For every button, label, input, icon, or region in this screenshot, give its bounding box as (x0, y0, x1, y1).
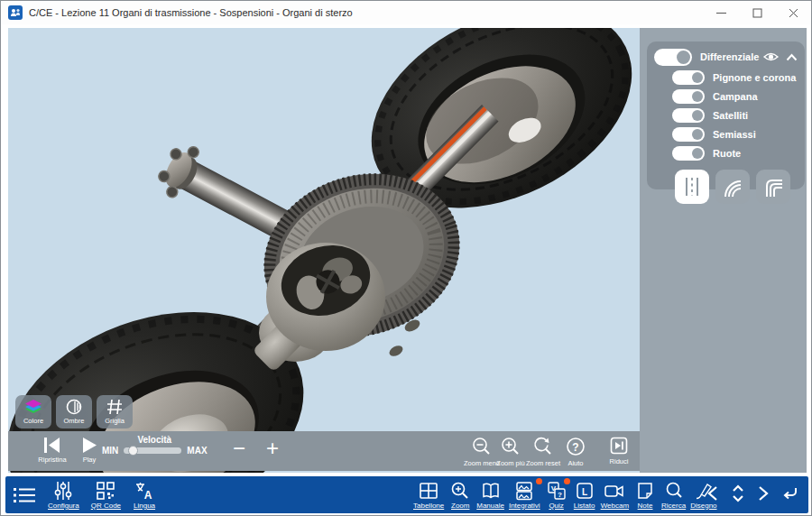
ombre-label: Ombre (64, 417, 85, 425)
window-title: C/CE - Lezione 11 Organi di trasmissione… (29, 7, 353, 18)
toggle-row-ruote: Ruote (672, 145, 798, 161)
shadows-icon (65, 398, 83, 416)
note-icon (635, 481, 655, 501)
expand-button[interactable] (731, 484, 745, 506)
differenziale-panel: Differenziale Pignone e corona Campa (647, 41, 805, 189)
webcam-button[interactable]: Webcam (601, 481, 629, 510)
ricerca-button[interactable]: Ricerca (661, 481, 686, 510)
eye-icon[interactable] (763, 51, 779, 62)
return-arrow-icon (781, 485, 799, 502)
chevron-up-icon[interactable] (786, 53, 798, 61)
max-label: MAX (187, 446, 207, 456)
video-camera-icon (604, 481, 625, 501)
toolbar-center-group: Tabellone Zoom Manuale (413, 476, 717, 513)
toggle-row-satelliti: Satelliti (672, 107, 798, 124)
book-icon (481, 481, 501, 501)
min-label: MIN (102, 446, 118, 456)
toggle-row-pignone: Pignone e corona (672, 69, 798, 86)
collapse-panel-icon (610, 437, 628, 455)
chevron-up-down-icon (731, 484, 745, 502)
ombre-button[interactable]: Ombre (56, 395, 92, 428)
colore-label: Colore (23, 417, 43, 425)
semiassi-toggle[interactable] (672, 127, 705, 142)
integrativi-button[interactable]: Integrativi (509, 481, 540, 510)
quiz-icon: V ? (547, 481, 567, 501)
playback-bar: Ripristina Play Velocità MIN MAX − + (8, 431, 640, 471)
straight-road-icon (681, 176, 703, 198)
app-icon (8, 5, 23, 20)
3d-viewport[interactable]: Colore Ombre Griglia (8, 28, 640, 473)
qr-code-icon (96, 481, 115, 501)
straight-road-button[interactable] (675, 170, 709, 204)
play-icon (83, 438, 97, 453)
differenziale-label: Differenziale (700, 51, 759, 62)
griglia-label: Griglia (105, 417, 125, 425)
translate-icon: A (134, 481, 154, 501)
integrativi-badge (536, 478, 542, 484)
toggle-row-semiassi: Semiassi (672, 126, 798, 143)
speed-decrease-button[interactable]: − (233, 438, 245, 458)
manuale-button[interactable]: Manuale (476, 481, 504, 510)
pignone-toggle[interactable] (672, 70, 705, 85)
bottom-toolbar: Configura QR Code A Lingua (5, 476, 808, 513)
toolbar-right-group (706, 476, 799, 513)
help-icon: ? (566, 437, 586, 456)
sharp-curve-road-icon (762, 176, 784, 198)
riduci-button[interactable]: Riduci (594, 437, 640, 465)
application-window: C/CE - Lezione 11 Organi di trasmissione… (0, 0, 812, 516)
differenziale-toggle[interactable] (654, 49, 692, 66)
configura-button[interactable]: Configura (48, 481, 79, 510)
next-button[interactable] (757, 485, 770, 505)
svg-text:L: L (582, 486, 587, 496)
magnifier-plus-icon (450, 481, 470, 501)
listato-button[interactable]: L Listato (573, 481, 596, 510)
griglia-button[interactable]: Griglia (97, 395, 133, 428)
speed-increase-button[interactable]: + (266, 438, 279, 458)
note-button[interactable]: Note (633, 481, 657, 510)
road-mode-buttons (675, 170, 798, 204)
ruote-toggle[interactable] (672, 146, 705, 161)
speed-control: Velocità MIN MAX (102, 435, 208, 456)
colore-button[interactable]: Colore (15, 395, 51, 428)
close-button[interactable] (775, 1, 811, 24)
svg-text:A: A (144, 489, 152, 501)
svg-text:?: ? (558, 491, 562, 499)
listing-icon: L (575, 481, 595, 501)
satelliti-toggle[interactable] (672, 108, 705, 123)
window-controls (703, 1, 811, 24)
speed-slider[interactable] (124, 447, 181, 454)
list-menu-icon (13, 485, 36, 505)
menu-button[interactable] (13, 485, 36, 505)
lingua-button[interactable]: A Lingua (133, 481, 156, 510)
previous-button[interactable] (706, 485, 719, 505)
toolbar-left-group: Configura QR Code A Lingua (13, 476, 156, 513)
return-button[interactable] (781, 485, 799, 505)
curve-road-button[interactable] (715, 170, 750, 204)
title-bar: C/CE - Lezione 11 Organi di trasmissione… (1, 1, 811, 24)
velocita-label: Velocità (137, 435, 171, 445)
search-icon (664, 481, 684, 501)
media-stack-icon (514, 481, 534, 501)
skip-to-start-icon (44, 438, 60, 453)
toggle-row-campana: Campana (672, 88, 798, 105)
qr-code-button[interactable]: QR Code (91, 481, 121, 510)
sliders-icon (53, 481, 73, 501)
chevron-right-icon (757, 485, 770, 502)
minimize-button[interactable] (703, 1, 739, 24)
display-tool-buttons: Colore Ombre Griglia (15, 395, 133, 428)
maximize-button[interactable] (739, 1, 775, 24)
speed-slider-knob[interactable] (128, 446, 138, 456)
curve-road-icon (722, 176, 743, 198)
layers-color-icon (23, 398, 43, 416)
quiz-badge (564, 478, 570, 484)
chevron-left-icon (706, 485, 719, 502)
tabellone-button[interactable]: Tabellone (413, 481, 444, 510)
campana-toggle[interactable] (672, 89, 705, 104)
grid-icon (106, 398, 124, 416)
sharp-curve-road-button[interactable] (756, 170, 790, 204)
panel-header: Differenziale (654, 47, 798, 67)
svg-text:?: ? (572, 441, 578, 454)
board-grid-icon (419, 481, 438, 501)
zoom-tool-button[interactable]: Zoom (448, 481, 472, 510)
quiz-button[interactable]: V ? Quiz (545, 481, 568, 510)
